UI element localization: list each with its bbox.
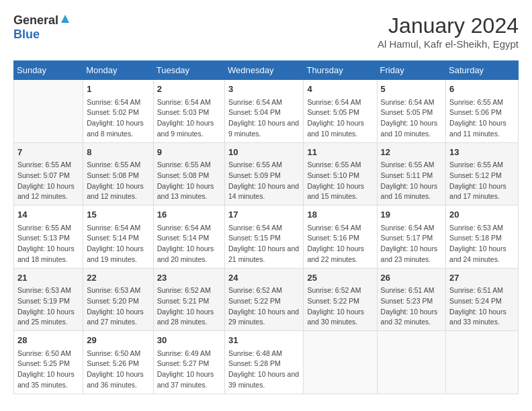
day-number: 29 [87, 334, 149, 347]
day-info: Sunrise: 6:55 AMSunset: 5:11 PMDaylight:… [381, 160, 443, 202]
page-header: General Blue January 2024 Al Hamul, Kafr… [13, 13, 519, 50]
day-cell: 30Sunrise: 6:49 AMSunset: 5:27 PMDayligh… [153, 331, 224, 394]
calendar-table: Sunday Monday Tuesday Wednesday Thursday… [13, 60, 519, 394]
day-number: 26 [381, 271, 443, 285]
day-info: Sunrise: 6:55 AMSunset: 5:09 PMDaylight:… [228, 160, 300, 202]
col-thursday: Thursday [304, 61, 377, 80]
day-number: 22 [87, 271, 149, 285]
day-cell: 10Sunrise: 6:55 AMSunset: 5:09 PMDayligh… [225, 142, 304, 205]
day-info: Sunrise: 6:55 AMSunset: 5:08 PMDaylight:… [87, 160, 149, 202]
day-cell: 31Sunrise: 6:48 AMSunset: 5:28 PMDayligh… [225, 331, 304, 394]
day-number: 19 [381, 208, 443, 222]
day-number: 7 [17, 146, 79, 159]
day-number: 25 [307, 271, 373, 285]
week-row-2: 7Sunrise: 6:55 AMSunset: 5:07 PMDaylight… [14, 142, 519, 205]
day-number: 2 [157, 83, 221, 96]
day-cell: 14Sunrise: 6:55 AMSunset: 5:13 PMDayligh… [14, 205, 83, 269]
day-number: 20 [449, 208, 515, 222]
day-number: 13 [449, 146, 515, 159]
week-row-3: 14Sunrise: 6:55 AMSunset: 5:13 PMDayligh… [14, 205, 519, 269]
calendar-header: Sunday Monday Tuesday Wednesday Thursday… [14, 61, 519, 80]
day-info: Sunrise: 6:55 AMSunset: 5:07 PMDaylight:… [17, 160, 79, 202]
day-info: Sunrise: 6:53 AMSunset: 5:20 PMDaylight:… [87, 285, 149, 328]
logo-triangle-icon [60, 14, 70, 26]
day-cell: 21Sunrise: 6:53 AMSunset: 5:19 PMDayligh… [14, 268, 83, 331]
day-number: 11 [307, 146, 373, 159]
day-info: Sunrise: 6:54 AMSunset: 5:02 PMDaylight:… [87, 97, 149, 140]
day-number: 31 [228, 334, 300, 347]
day-info: Sunrise: 6:48 AMSunset: 5:28 PMDaylight:… [228, 349, 300, 391]
day-info: Sunrise: 6:54 AMSunset: 5:15 PMDaylight:… [228, 223, 300, 265]
day-info: Sunrise: 6:51 AMSunset: 5:23 PMDaylight:… [381, 285, 443, 328]
day-number: 24 [228, 271, 300, 285]
day-info: Sunrise: 6:54 AMSunset: 5:14 PMDaylight:… [157, 223, 221, 265]
day-number: 21 [17, 271, 79, 285]
week-row-5: 28Sunrise: 6:50 AMSunset: 5:25 PMDayligh… [14, 331, 519, 394]
day-cell [377, 331, 446, 394]
day-cell [446, 331, 519, 394]
day-number: 4 [307, 83, 373, 96]
day-cell: 2Sunrise: 6:54 AMSunset: 5:03 PMDaylight… [153, 80, 224, 143]
day-cell: 7Sunrise: 6:55 AMSunset: 5:07 PMDaylight… [14, 142, 83, 205]
day-number: 6 [449, 83, 515, 96]
day-cell: 19Sunrise: 6:54 AMSunset: 5:17 PMDayligh… [377, 205, 446, 269]
day-number: 23 [157, 271, 221, 285]
col-sunday: Sunday [14, 61, 83, 80]
day-number: 9 [157, 146, 221, 159]
day-info: Sunrise: 6:55 AMSunset: 5:08 PMDaylight:… [157, 160, 221, 202]
day-info: Sunrise: 6:49 AMSunset: 5:27 PMDaylight:… [157, 349, 221, 391]
day-cell: 12Sunrise: 6:55 AMSunset: 5:11 PMDayligh… [377, 142, 446, 205]
day-info: Sunrise: 6:52 AMSunset: 5:22 PMDaylight:… [228, 285, 300, 328]
day-cell: 4Sunrise: 6:54 AMSunset: 5:05 PMDaylight… [304, 80, 377, 143]
day-cell: 3Sunrise: 6:54 AMSunset: 5:04 PMDaylight… [225, 80, 304, 143]
day-cell: 8Sunrise: 6:55 AMSunset: 5:08 PMDaylight… [83, 142, 153, 205]
col-tuesday: Tuesday [153, 61, 224, 80]
day-cell: 25Sunrise: 6:52 AMSunset: 5:22 PMDayligh… [304, 268, 377, 331]
col-saturday: Saturday [446, 61, 519, 80]
day-info: Sunrise: 6:54 AMSunset: 5:16 PMDaylight:… [307, 223, 373, 265]
day-info: Sunrise: 6:55 AMSunset: 5:12 PMDaylight:… [449, 160, 515, 202]
day-info: Sunrise: 6:54 AMSunset: 5:14 PMDaylight:… [87, 223, 149, 265]
svg-marker-0 [61, 15, 69, 23]
day-cell: 6Sunrise: 6:55 AMSunset: 5:06 PMDaylight… [446, 80, 519, 143]
day-number: 16 [157, 208, 221, 222]
col-monday: Monday [83, 61, 153, 80]
day-number: 12 [381, 146, 443, 159]
day-cell: 1Sunrise: 6:54 AMSunset: 5:02 PMDaylight… [83, 80, 153, 143]
day-cell: 29Sunrise: 6:50 AMSunset: 5:26 PMDayligh… [83, 331, 153, 394]
day-cell: 20Sunrise: 6:53 AMSunset: 5:18 PMDayligh… [446, 205, 519, 269]
day-info: Sunrise: 6:54 AMSunset: 5:04 PMDaylight:… [228, 97, 300, 140]
day-number: 18 [307, 208, 373, 222]
day-cell: 22Sunrise: 6:53 AMSunset: 5:20 PMDayligh… [83, 268, 153, 331]
day-cell: 13Sunrise: 6:55 AMSunset: 5:12 PMDayligh… [446, 142, 519, 205]
day-cell: 24Sunrise: 6:52 AMSunset: 5:22 PMDayligh… [225, 268, 304, 331]
day-info: Sunrise: 6:54 AMSunset: 5:05 PMDaylight:… [381, 97, 443, 140]
day-cell: 5Sunrise: 6:54 AMSunset: 5:05 PMDaylight… [377, 80, 446, 143]
day-number: 28 [17, 334, 79, 347]
day-cell: 23Sunrise: 6:52 AMSunset: 5:21 PMDayligh… [153, 268, 224, 331]
logo-general: General [13, 13, 58, 28]
day-number: 17 [228, 208, 300, 222]
day-cell: 28Sunrise: 6:50 AMSunset: 5:25 PMDayligh… [14, 331, 83, 394]
day-info: Sunrise: 6:50 AMSunset: 5:26 PMDaylight:… [87, 349, 149, 391]
day-info: Sunrise: 6:54 AMSunset: 5:17 PMDaylight:… [381, 223, 443, 265]
day-cell: 9Sunrise: 6:55 AMSunset: 5:08 PMDaylight… [153, 142, 224, 205]
day-number: 5 [381, 83, 443, 96]
day-info: Sunrise: 6:53 AMSunset: 5:18 PMDaylight:… [449, 223, 515, 265]
day-number: 15 [87, 208, 149, 222]
day-info: Sunrise: 6:54 AMSunset: 5:03 PMDaylight:… [157, 97, 221, 140]
week-row-4: 21Sunrise: 6:53 AMSunset: 5:19 PMDayligh… [14, 268, 519, 331]
col-friday: Friday [377, 61, 446, 80]
location: Al Hamul, Kafr el-Sheikh, Egypt [378, 38, 519, 50]
col-wednesday: Wednesday [225, 61, 304, 80]
day-info: Sunrise: 6:53 AMSunset: 5:19 PMDaylight:… [17, 285, 79, 328]
day-info: Sunrise: 6:54 AMSunset: 5:05 PMDaylight:… [307, 97, 373, 140]
day-number: 1 [87, 83, 149, 96]
day-cell: 15Sunrise: 6:54 AMSunset: 5:14 PMDayligh… [83, 205, 153, 269]
day-cell: 27Sunrise: 6:51 AMSunset: 5:24 PMDayligh… [446, 268, 519, 331]
day-info: Sunrise: 6:51 AMSunset: 5:24 PMDaylight:… [449, 285, 515, 328]
month-title: January 2024 [378, 13, 519, 38]
day-number: 14 [17, 208, 79, 222]
day-info: Sunrise: 6:52 AMSunset: 5:22 PMDaylight:… [307, 285, 373, 328]
day-cell: 16Sunrise: 6:54 AMSunset: 5:14 PMDayligh… [153, 205, 224, 269]
